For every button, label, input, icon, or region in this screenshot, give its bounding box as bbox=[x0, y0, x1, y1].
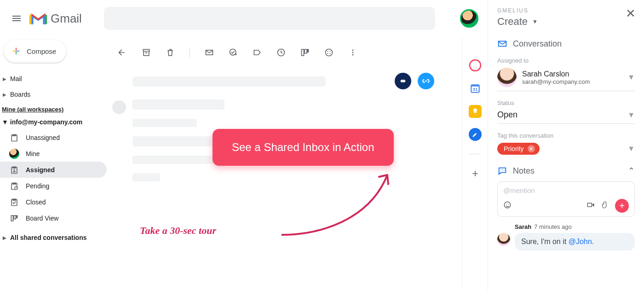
notes-placeholder: @mention bbox=[503, 186, 629, 194]
caret-down-icon: ▼ bbox=[627, 111, 635, 119]
clipboard-check-icon bbox=[9, 197, 19, 207]
svg-rect-4 bbox=[17, 215, 17, 218]
more-button[interactable] bbox=[347, 47, 358, 58]
tag-label: Tag this conversation bbox=[497, 132, 635, 139]
lightbulb-icon bbox=[471, 107, 479, 116]
gmelius-icon bbox=[469, 59, 481, 71]
tag-remove-button[interactable]: ✕ bbox=[528, 145, 535, 152]
caret-down-icon: ▼ bbox=[627, 73, 635, 81]
mark-unread-button[interactable] bbox=[204, 47, 215, 58]
more-vertical-icon bbox=[348, 48, 357, 57]
compose-plus-icon bbox=[11, 46, 21, 56]
caret-right-icon: ▶ bbox=[2, 76, 7, 81]
check-plus-icon bbox=[229, 48, 238, 57]
integration-chip-1[interactable] bbox=[395, 73, 411, 89]
attach-button[interactable] bbox=[601, 201, 609, 211]
gmelius-create-dropdown[interactable]: Create ▼ bbox=[497, 16, 538, 28]
delete-button[interactable] bbox=[165, 47, 176, 58]
add-task-button[interactable] bbox=[228, 47, 239, 58]
smile-icon bbox=[503, 201, 512, 209]
hamburger-icon bbox=[11, 13, 22, 24]
search-input[interactable] bbox=[104, 7, 435, 30]
link-icon bbox=[422, 77, 430, 85]
calendar-icon: 31 bbox=[469, 82, 481, 94]
caret-down-icon: ▼ bbox=[532, 18, 538, 25]
caret-down-icon: ▼ bbox=[627, 145, 635, 153]
account-avatar[interactable] bbox=[460, 9, 478, 28]
rail-gmelius[interactable] bbox=[469, 59, 482, 72]
sidebar-item-unassigned[interactable]: Unassigned bbox=[0, 129, 107, 146]
gmail-icon bbox=[29, 11, 48, 26]
status-dropdown[interactable]: Open ▼ bbox=[497, 106, 635, 124]
trash-icon bbox=[166, 48, 175, 57]
assignee-dropdown[interactable]: Sarah Carslon sarah@my-company.com ▼ bbox=[497, 64, 635, 91]
video-button[interactable] bbox=[586, 201, 595, 211]
svg-text:31: 31 bbox=[472, 87, 477, 92]
tag-dropdown[interactable]: Priority ✕ ▼ bbox=[497, 139, 635, 158]
assigned-label: Assigned to bbox=[497, 57, 635, 64]
nav-mail[interactable]: ▶ Mail bbox=[0, 71, 107, 87]
svg-point-26 bbox=[508, 204, 509, 205]
nav-all-shared[interactable]: ▶ All shared conversations bbox=[0, 230, 107, 245]
svg-rect-10 bbox=[308, 49, 309, 52]
nav-boards[interactable]: ▶ Boards bbox=[0, 87, 107, 102]
rail-calendar[interactable]: 31 bbox=[469, 82, 482, 95]
rail-add[interactable] bbox=[469, 167, 482, 180]
conversation-section-title: Conversation bbox=[497, 39, 635, 49]
board-icon bbox=[9, 213, 19, 223]
envelope-icon bbox=[497, 39, 507, 49]
note-bubble: Sure, I'm on it @John. bbox=[515, 233, 635, 250]
reactions-button[interactable] bbox=[323, 47, 334, 58]
svg-rect-27 bbox=[587, 203, 592, 207]
svg-rect-2 bbox=[11, 215, 13, 221]
emoji-button[interactable] bbox=[503, 201, 512, 211]
compose-button[interactable]: Compose bbox=[4, 40, 66, 63]
svg-point-12 bbox=[328, 51, 328, 52]
label-button[interactable] bbox=[252, 47, 263, 58]
sidebar-item-pending[interactable]: Pending bbox=[0, 178, 107, 194]
gmail-logo[interactable]: Gmail bbox=[29, 11, 82, 26]
gmelius-close-button[interactable]: ✕ bbox=[626, 7, 636, 19]
svg-point-19 bbox=[470, 60, 481, 71]
cta-button[interactable]: See a Shared Inbox in Action bbox=[213, 129, 394, 166]
note-mention[interactable]: @John. bbox=[569, 238, 594, 245]
inbox-group-header[interactable]: ▼ info@my-company.com bbox=[0, 115, 107, 129]
status-label: Status bbox=[497, 99, 635, 106]
integration-chip-2[interactable] bbox=[418, 73, 434, 89]
sidebar-item-board-view[interactable]: Board View bbox=[0, 210, 107, 226]
caret-right-icon: ▶ bbox=[2, 92, 7, 97]
rail-keep[interactable] bbox=[469, 105, 482, 118]
svg-point-18 bbox=[352, 54, 354, 56]
envelope-icon bbox=[205, 48, 214, 57]
clipboard-clock-icon bbox=[9, 181, 19, 191]
add-note-button[interactable]: + bbox=[615, 199, 629, 213]
sidebar-item-closed[interactable]: Closed bbox=[0, 194, 107, 210]
gmail-wordmark: Gmail bbox=[51, 12, 82, 26]
status-value: Open bbox=[497, 110, 518, 120]
tag-chip-priority: Priority ✕ bbox=[497, 143, 540, 155]
notes-input[interactable]: @mention + bbox=[497, 181, 635, 217]
archive-button[interactable] bbox=[141, 47, 152, 58]
clock-icon bbox=[276, 48, 286, 57]
caret-right-icon: ▶ bbox=[2, 235, 7, 240]
user-avatar-icon bbox=[9, 149, 19, 159]
snooze-button[interactable] bbox=[276, 47, 287, 58]
toolbar-separator bbox=[190, 47, 190, 58]
sidebar-item-mine[interactable]: Mine bbox=[0, 146, 107, 162]
svg-rect-8 bbox=[302, 49, 304, 55]
board-button[interactable] bbox=[299, 47, 310, 58]
svg-rect-9 bbox=[305, 49, 307, 53]
main-menu-button[interactable] bbox=[7, 9, 26, 28]
svg-point-14 bbox=[328, 53, 328, 54]
plus-icon bbox=[471, 169, 480, 178]
sidebar-item-assigned[interactable]: Assigned bbox=[0, 162, 107, 178]
svg-point-24 bbox=[504, 202, 511, 208]
assignee-name: Sarah Carslon bbox=[522, 70, 590, 78]
svg-point-11 bbox=[326, 49, 333, 56]
rail-tasks[interactable] bbox=[469, 128, 482, 141]
back-button[interactable] bbox=[116, 47, 127, 58]
svg-point-13 bbox=[330, 51, 331, 52]
clipboard-icon bbox=[9, 133, 19, 143]
gmelius-brand: GMELIUS bbox=[497, 7, 538, 14]
collapse-notes-button[interactable]: ⌃ bbox=[628, 166, 635, 176]
